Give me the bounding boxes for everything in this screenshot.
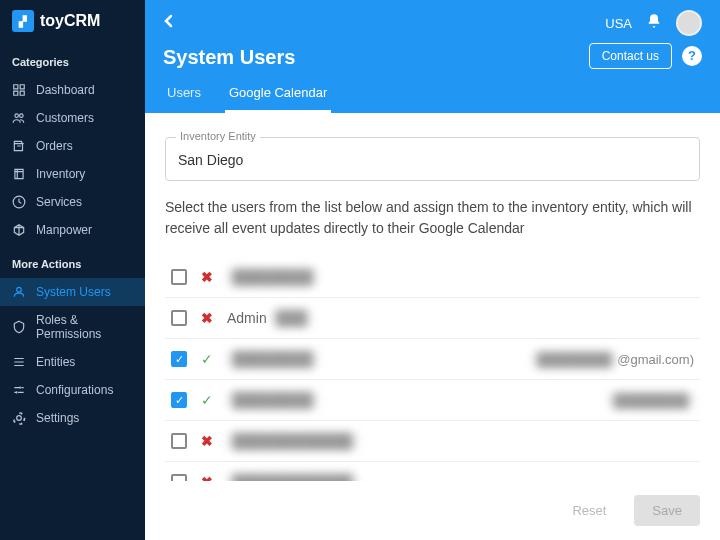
user-checkbox[interactable]: ✓ <box>171 351 187 367</box>
not-linked-icon: ✖ <box>199 433 215 449</box>
brand: ▞ toyCRM <box>0 0 145 42</box>
inventory-entity-value: San Diego <box>178 152 687 168</box>
not-linked-icon: ✖ <box>199 474 215 481</box>
tabs: UsersGoogle Calendar <box>163 75 702 113</box>
user-checkbox[interactable]: ✓ <box>171 392 187 408</box>
roles-icon <box>12 320 26 334</box>
inventory-entity-label: Inventory Entity <box>176 130 260 142</box>
user-row: ✖████████████ <box>165 421 700 462</box>
notifications-icon[interactable] <box>646 13 662 33</box>
nav-label: System Users <box>36 285 111 299</box>
user-email: ████████ <box>608 391 694 410</box>
user-checkbox[interactable] <box>171 269 187 285</box>
description-text: Select the users from the list below and… <box>165 197 700 239</box>
user-row: ✖████████ <box>165 257 700 298</box>
nav-label: Manpower <box>36 223 92 237</box>
inventory-entity-field[interactable]: Inventory Entity San Diego <box>165 137 700 181</box>
back-button[interactable] <box>163 14 173 32</box>
linked-icon: ✓ <box>199 392 215 408</box>
not-linked-icon: ✖ <box>199 269 215 285</box>
customers-icon <box>12 111 26 125</box>
sidebar-item-dashboard[interactable]: Dashboard <box>0 76 145 104</box>
user-row: ✓✓████████████████ <box>165 380 700 421</box>
services-icon <box>12 195 26 209</box>
nav-label: Customers <box>36 111 94 125</box>
user-name: ████████ <box>227 390 318 410</box>
sidebar-item-manpower[interactable]: Manpower <box>0 216 145 244</box>
user-name: ████████████ <box>227 472 358 481</box>
user-row: ✖████████████ <box>165 462 700 481</box>
region-label[interactable]: USA <box>605 16 632 31</box>
sidebar-item-settings[interactable]: Settings <box>0 404 145 432</box>
contact-us-button[interactable]: Contact us <box>589 43 672 69</box>
header: USA System Users Contact us ? UsersGoogl… <box>145 0 720 113</box>
more-actions-heading: More Actions <box>0 244 145 278</box>
nav-label: Orders <box>36 139 73 153</box>
user-name: ████████████ <box>227 431 358 451</box>
user-name: Admin ███ <box>227 308 312 328</box>
reset-button[interactable]: Reset <box>554 495 624 526</box>
page-title: System Users <box>163 36 295 75</box>
manpower-icon <box>12 223 26 237</box>
tab-users[interactable]: Users <box>163 75 205 113</box>
nav-label: Entities <box>36 355 75 369</box>
sidebar-item-services[interactable]: Services <box>0 188 145 216</box>
sidebar-item-roles-permissions[interactable]: Roles & Permissions <box>0 306 145 348</box>
inventory-icon <box>12 167 26 181</box>
brand-name: toyCRM <box>40 12 100 30</box>
user-name: ████████ <box>227 267 318 287</box>
nav-label: Services <box>36 195 82 209</box>
nav-label: Inventory <box>36 167 85 181</box>
sidebar-item-entities[interactable]: Entities <box>0 348 145 376</box>
user-row: ✖Admin ███ <box>165 298 700 339</box>
orders-icon <box>12 139 26 153</box>
user-avatar[interactable] <box>676 10 702 36</box>
nav-label: Dashboard <box>36 83 95 97</box>
categories-heading: Categories <box>0 42 145 76</box>
user-row: ✓✓████████████████@gmail.com) <box>165 339 700 380</box>
sidebar-item-system-users[interactable]: System Users <box>0 278 145 306</box>
not-linked-icon: ✖ <box>199 310 215 326</box>
settings-icon <box>12 411 26 425</box>
sidebar-item-customers[interactable]: Customers <box>0 104 145 132</box>
user-checkbox[interactable] <box>171 433 187 449</box>
linked-icon: ✓ <box>199 351 215 367</box>
user-email: ████████@gmail.com) <box>532 350 694 369</box>
nav-label: Settings <box>36 411 79 425</box>
users-icon <box>12 285 26 299</box>
nav-label: Roles & Permissions <box>36 313 133 341</box>
save-button[interactable]: Save <box>634 495 700 526</box>
sidebar: ▞ toyCRM Categories DashboardCustomersOr… <box>0 0 145 540</box>
entities-icon <box>12 355 26 369</box>
sidebar-item-configurations[interactable]: Configurations <box>0 376 145 404</box>
dashboard-icon <box>12 83 26 97</box>
user-checkbox[interactable] <box>171 310 187 326</box>
help-icon[interactable]: ? <box>682 46 702 66</box>
tab-google-calendar[interactable]: Google Calendar <box>225 75 331 113</box>
nav-label: Configurations <box>36 383 113 397</box>
brand-icon: ▞ <box>12 10 34 32</box>
user-name: ████████ <box>227 349 318 369</box>
sidebar-item-orders[interactable]: Orders <box>0 132 145 160</box>
config-icon <box>12 383 26 397</box>
sidebar-item-inventory[interactable]: Inventory <box>0 160 145 188</box>
user-checkbox[interactable] <box>171 474 187 481</box>
